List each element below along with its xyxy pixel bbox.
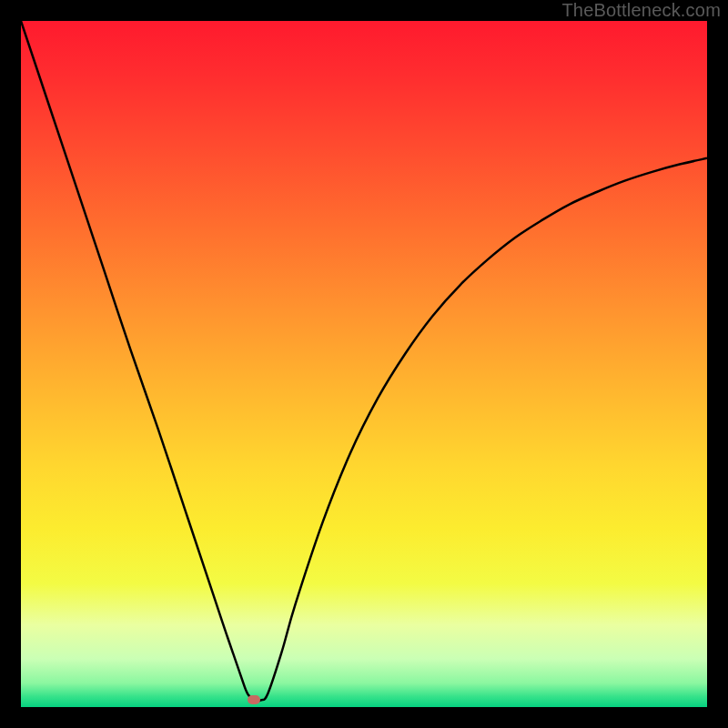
chart-frame: TheBottleneck.com [0,0,728,728]
bottleneck-chart [21,21,707,707]
plot-area [21,21,707,707]
watermark-label: TheBottleneck.com [561,0,721,21]
gradient-background [21,21,707,707]
